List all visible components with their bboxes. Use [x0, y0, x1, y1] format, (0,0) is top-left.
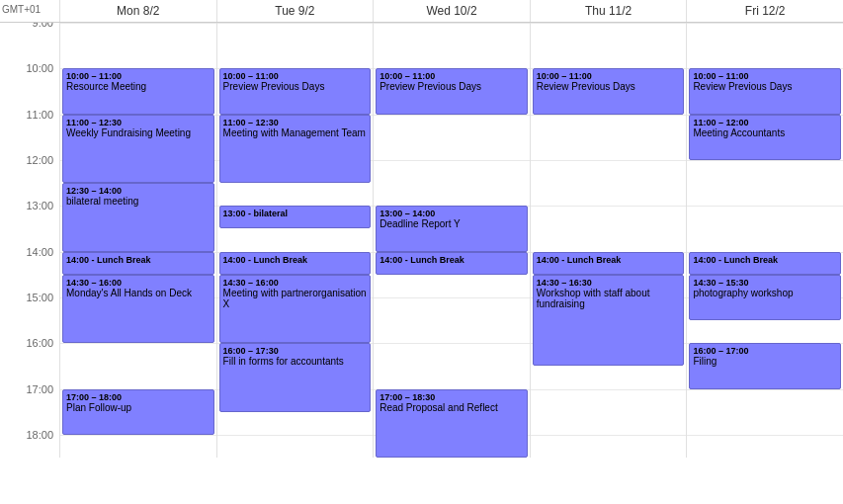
event-time: 10:00 – 11:00: [66, 71, 211, 81]
hour-line-9: [374, 23, 530, 24]
event-title: bilateral meeting: [66, 196, 211, 207]
calendar-grid: 10:00 – 11:00Resource Meeting11:00 – 12:…: [59, 23, 843, 458]
hour-line-18: [217, 435, 374, 436]
day-header-fri: Fri 12/2: [686, 0, 843, 22]
hour-line-11: [374, 115, 530, 116]
hour-line-18: [60, 435, 216, 436]
event-title: Weekly Fundraising Meeting: [66, 127, 211, 138]
event-mon[interactable]: 14:00 - Lunch Break: [62, 252, 214, 275]
event-mon[interactable]: 12:30 – 14:00bilateral meeting: [62, 183, 214, 251]
time-label-14: 14:00: [26, 246, 53, 258]
event-title: Preview Previous Days: [223, 81, 368, 92]
event-title: Meeting Accountants: [693, 127, 837, 138]
hour-line-12: [531, 160, 687, 161]
event-thu[interactable]: 14:30 – 16:30Workshop with staff about f…: [533, 275, 685, 367]
event-title: Deadline Report Y: [379, 218, 524, 229]
event-wed[interactable]: 10:00 – 11:00Preview Previous Days: [376, 68, 528, 114]
calendar-body: 9:0010:0011:0012:0013:0014:0015:0016:001…: [0, 23, 843, 504]
event-fri[interactable]: 16:00 – 17:00Filing: [689, 343, 841, 388]
day-header-thu: Thu 11/2: [530, 0, 687, 22]
hour-line-11: [531, 115, 687, 116]
hour-line-16: [374, 343, 530, 344]
hour-line-13: [687, 206, 843, 207]
gmt-label: GMT+01: [0, 0, 59, 19]
event-time: 17:00 – 18:30: [379, 392, 524, 402]
event-title: Monday's All Hands on Deck: [66, 288, 211, 298]
event-fri[interactable]: 11:00 – 12:00Meeting Accountants: [689, 115, 841, 160]
day-col-mon: 10:00 – 11:00Resource Meeting11:00 – 12:…: [59, 23, 216, 458]
event-thu[interactable]: 10:00 – 11:00Review Previous Days: [533, 68, 685, 114]
event-wed[interactable]: 13:00 – 14:00Deadline Report Y: [376, 206, 528, 251]
event-time: 17:00 – 18:00: [66, 392, 211, 402]
time-label-12: 12:00: [26, 154, 53, 166]
event-tue[interactable]: 16:00 – 17:30Fill in forms for accountan…: [219, 343, 372, 411]
event-time: 16:00 – 17:30: [223, 346, 368, 356]
event-tue[interactable]: 11:00 – 12:30Meeting with Management Tea…: [219, 115, 372, 183]
event-time: 14:00 - Lunch Break: [537, 255, 681, 265]
hour-line-18: [531, 435, 687, 436]
header-row: GMT+01 Mon 8/2Tue 9/2Wed 10/2Thu 11/2Fri…: [0, 0, 843, 23]
event-time: 14:30 – 15:30: [693, 278, 837, 288]
event-wed[interactable]: 14:00 - Lunch Break: [376, 252, 528, 275]
time-label-9: 9:00: [33, 23, 53, 29]
event-time: 10:00 – 11:00: [693, 71, 837, 81]
time-label-10: 10:00: [26, 62, 53, 74]
event-fri[interactable]: 10:00 – 11:00Review Previous Days: [689, 68, 841, 114]
event-time: 13:00 – 14:00: [379, 209, 524, 218]
day-col-wed: 10:00 – 11:00Preview Previous Days13:00 …: [373, 23, 530, 458]
event-time: 14:30 – 16:30: [537, 278, 681, 288]
hour-line-9: [60, 23, 216, 24]
event-title: Read Proposal and Reflect: [379, 402, 524, 413]
event-title: Workshop with staff about fundraising: [537, 288, 681, 309]
event-tue[interactable]: 13:00 - bilateral: [219, 206, 372, 228]
hour-line-9: [531, 23, 687, 24]
hour-line-9: [217, 23, 374, 24]
event-mon[interactable]: 11:00 – 12:30Weekly Fundraising Meeting: [62, 115, 214, 183]
hour-line-12: [687, 160, 843, 161]
day-header-mon: Mon 8/2: [59, 0, 216, 22]
hour-line-18: [687, 435, 843, 436]
hour-line-15: [374, 297, 530, 298]
hour-line-16: [60, 343, 216, 344]
calendar: GMT+01 Mon 8/2Tue 9/2Wed 10/2Thu 11/2Fri…: [0, 0, 843, 504]
hour-line-9: [687, 23, 843, 24]
event-tue[interactable]: 14:00 - Lunch Break: [219, 252, 372, 275]
day-header-wed: Wed 10/2: [373, 0, 530, 22]
event-title: Fill in forms for accountants: [223, 356, 368, 367]
event-time: 14:00 - Lunch Break: [379, 255, 524, 265]
event-title: Meeting with partnerorganisation X: [223, 288, 368, 309]
event-time: 13:00 - bilateral: [223, 209, 368, 218]
hour-line-12: [374, 160, 530, 161]
event-mon[interactable]: 17:00 – 18:00Plan Follow-up: [62, 389, 214, 435]
event-title: photography workshop: [693, 288, 837, 298]
event-time: 14:30 – 16:00: [66, 278, 211, 288]
event-fri[interactable]: 14:30 – 15:30photography workshop: [689, 275, 841, 320]
event-mon[interactable]: 10:00 – 11:00Resource Meeting: [62, 68, 214, 114]
event-tue[interactable]: 14:30 – 16:00Meeting with partnerorganis…: [219, 275, 372, 343]
event-time: 10:00 – 11:00: [537, 71, 681, 81]
event-time: 11:00 – 12:30: [66, 118, 211, 127]
hour-line-13: [531, 206, 687, 207]
event-time: 14:00 - Lunch Break: [693, 255, 837, 265]
time-label-15: 15:00: [26, 292, 53, 303]
event-time: 16:00 – 17:00: [693, 346, 837, 356]
event-mon[interactable]: 14:30 – 16:00Monday's All Hands on Deck: [62, 275, 214, 343]
event-wed[interactable]: 17:00 – 18:30Read Proposal and Reflect: [376, 389, 528, 458]
timezone-label: GMT+01: [0, 0, 59, 22]
event-title: Preview Previous Days: [379, 81, 524, 92]
day-header-tue: Tue 9/2: [216, 0, 374, 22]
time-label-11: 11:00: [26, 109, 53, 121]
event-time: 14:00 - Lunch Break: [223, 255, 368, 265]
day-col-tue: 10:00 – 11:00Preview Previous Days11:00 …: [216, 23, 374, 458]
event-time: 11:00 – 12:30: [223, 118, 368, 127]
time-label-18: 18:00: [26, 429, 53, 441]
event-title: Meeting with Management Team: [223, 127, 368, 138]
hour-line-17: [531, 389, 687, 390]
event-tue[interactable]: 10:00 – 11:00Preview Previous Days: [219, 68, 372, 114]
event-title: Review Previous Days: [537, 81, 681, 92]
event-fri[interactable]: 14:00 - Lunch Break: [689, 252, 841, 275]
event-thu[interactable]: 14:00 - Lunch Break: [533, 252, 685, 275]
event-time: 12:30 – 14:00: [66, 186, 211, 196]
event-time: 10:00 – 11:00: [379, 71, 524, 81]
time-column: 9:0010:0011:0012:0013:0014:0015:0016:001…: [0, 23, 59, 458]
